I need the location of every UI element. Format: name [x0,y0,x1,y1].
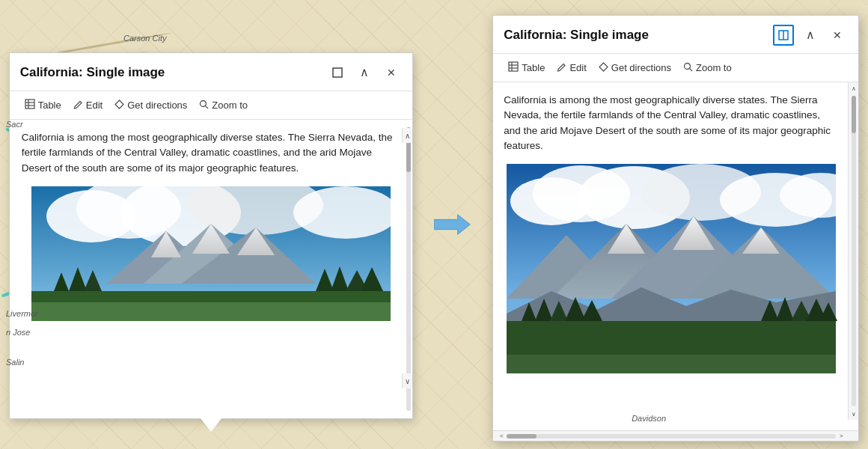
right-table-button[interactable]: Table [502,58,551,77]
right-table-icon [508,61,519,74]
left-directions-button[interactable]: Get directions [109,97,193,114]
left-scroll-down-arrow[interactable]: ∨ [402,373,412,388]
right-zoom-button[interactable]: Zoom to [677,59,738,77]
left-table-label: Table [38,100,61,111]
left-popup-toolbar: Table Edit Get directions [10,91,412,120]
left-zoom-button[interactable]: Zoom to [193,97,254,114]
left-popup-description: California is among the most geographica… [22,130,400,176]
right-mountain-image [504,164,839,373]
right-popup-header: California: Single image ∧ ✕ [493,16,858,54]
map-label-sacramento: Sacr [6,120,23,129]
svg-rect-0 [333,68,342,77]
svg-point-37 [685,63,691,69]
svg-marker-36 [599,63,608,71]
right-zoom-icon [683,62,693,74]
svg-rect-1 [25,100,34,109]
edit-icon [73,100,83,112]
right-popup-toolbar: Table Edit Get directions [493,54,858,82]
right-scroll-thumb [852,96,856,133]
right-minimize-button[interactable]: ∧ [800,25,821,46]
map-label-davidson: Davidson [632,414,666,423]
right-vertical-scrollbar[interactable]: ∧ ∨ [848,82,858,420]
left-minimize-button[interactable]: ∧ [354,62,375,83]
left-popup: Carson City California: Single image ∧ ✕ [9,52,413,419]
left-scroll-up-arrow[interactable]: ∧ [402,128,412,143]
right-edit-icon [557,62,566,74]
right-popup-header-icons: ∧ ✕ [773,25,848,46]
left-edit-label: Edit [86,100,103,111]
right-popup: California: Single image ∧ ✕ [492,15,859,442]
left-directions-label: Get directions [127,100,187,111]
left-zoom-label: Zoom to [212,100,248,111]
map-label-salinas: Salin [6,358,24,367]
right-scroll-track[interactable] [852,96,856,406]
right-scroll-left[interactable]: < [496,431,507,442]
left-expand-button[interactable] [327,62,348,83]
right-edit-button[interactable]: Edit [551,59,592,77]
right-popup-title: California: Single image [504,28,649,43]
left-popup-header: California: Single image ∧ ✕ [10,53,412,91]
zoom-icon [199,100,209,112]
svg-point-13 [293,186,398,239]
right-close-button[interactable]: ✕ [827,25,848,46]
right-directions-label: Get directions [611,62,671,73]
svg-line-7 [206,106,209,109]
svg-point-6 [201,100,207,106]
right-scroll-down[interactable]: ∨ [849,408,859,420]
right-h-scroll-thumb [507,434,537,439]
left-popup-header-icons: ∧ ✕ [327,62,402,83]
map-label-san-jose: n Jose [6,328,30,337]
map-label-livermont: Livermor [6,309,38,318]
right-horizontal-scrollbar[interactable]: < > [493,430,858,441]
left-table-button[interactable]: Table [19,96,67,114]
directions-icon [114,100,124,112]
right-h-scroll-track[interactable] [507,434,836,439]
svg-rect-28 [31,302,391,321]
right-popup-description: California is among the most geographica… [504,93,839,153]
main-container: Carson City California: Single image ∧ ✕ [0,0,868,449]
svg-marker-5 [115,100,123,109]
right-scroll-right[interactable]: > [836,431,846,442]
left-edit-button[interactable]: Edit [67,97,109,114]
left-scroll-indicator[interactable] [406,127,411,411]
right-directions-icon [599,62,608,74]
map-label-carson-city: Carson City [123,34,166,43]
right-popup-body[interactable]: California is among the most geographica… [493,82,858,430]
right-edit-label: Edit [569,62,586,73]
right-popup-body-wrapper: California is among the most geographica… [493,82,858,430]
arrow-connector [430,211,475,238]
svg-rect-32 [509,62,518,71]
left-mountain-image [22,186,400,321]
svg-line-38 [690,68,693,71]
left-popup-title: California: Single image [20,65,165,80]
left-close-button[interactable]: ✕ [381,62,402,83]
right-table-label: Table [522,62,545,73]
svg-rect-65 [507,355,836,373]
right-directions-button[interactable]: Get directions [593,59,677,77]
table-icon [25,99,35,112]
right-zoom-label: Zoom to [696,62,732,73]
right-dock-button[interactable] [773,25,794,46]
right-scroll-up[interactable]: ∧ [849,82,859,94]
svg-marker-29 [434,215,470,235]
left-popup-body[interactable]: California is among the most geographica… [10,120,412,418]
